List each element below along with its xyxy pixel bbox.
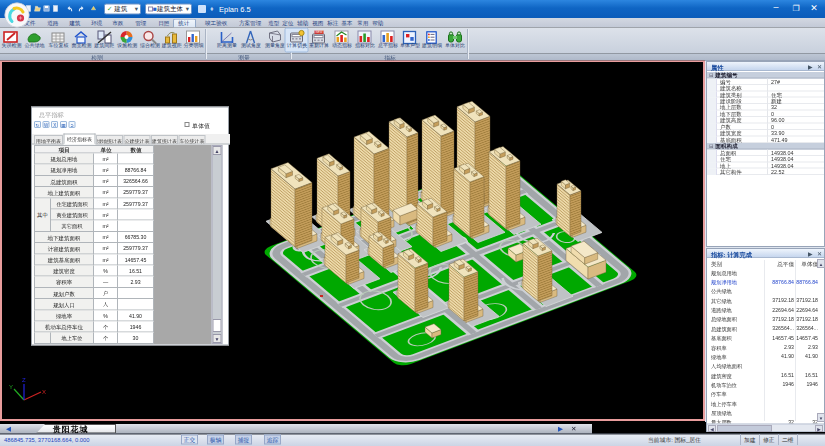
svg-text:NEW: NEW xyxy=(316,30,323,34)
svg-text:Z: Z xyxy=(22,377,26,383)
svg-text:X: X xyxy=(42,389,46,395)
svg-text:Y: Y xyxy=(9,384,13,390)
